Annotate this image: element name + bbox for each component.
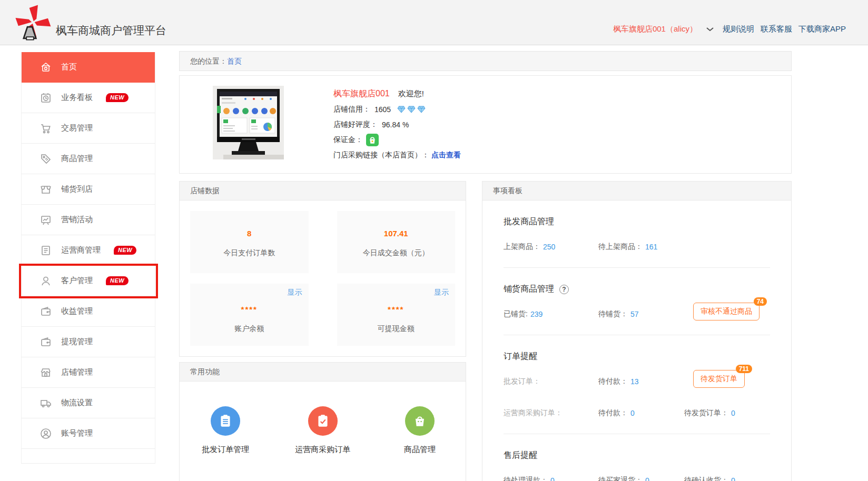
app-header: 枫车商城商户管理平台 枫车旗舰店001（alicy） 规则说明 联系客服 下载商… [0,0,868,45]
document-icon [40,244,52,257]
stat-cell: 已铺货: 239 [504,309,598,319]
credit-value: 1605 [374,105,391,114]
func-operator-purchase-orders[interactable]: 运营商采购订单 [283,406,362,481]
sidebar-nav: 首页 业务看板 NEW 交易管理 商品管理 铺货到店 [21,52,155,464]
stat-cell-value[interactable]: 13 [630,377,639,386]
stat-cell: 待上架商品： 161 [598,242,684,252]
store-info-panel: 枫车旗舰店001 欢迎您! 店铺信用： 1605 店铺好评度： 96.84 % … [179,75,792,174]
sidebar-item-home[interactable]: 首页 [22,52,155,83]
sidebar-item-distribute[interactable]: 铺货到店 [22,174,155,205]
chart-board-icon [40,214,52,226]
sidebar-item-shop[interactable]: 店铺管理 [22,357,155,388]
stat-cell-value[interactable]: 0 [731,409,735,417]
stat-cell: 待发货订单： 0 [684,408,735,418]
stat-cell: 待铺货： 57 [598,309,684,319]
items-board-title: 事项看板 [482,182,791,201]
sidebar-item-label: 铺货到店 [61,184,93,194]
stat-cell-label: 待处理退款： [504,476,548,481]
section-wholesale-goods: 批发商品管理 上架商品： 250 待上架商品： 161 [504,201,770,268]
func-label: 批发订单管理 [186,445,265,455]
new-badge: NEW [114,246,136,255]
left-column: 店铺数据 8 今日支付订单数 107.41 今日成交金额（元） 显示 **** … [179,181,466,481]
sidebar-item-business-board[interactable]: 业务看板 NEW [22,83,155,113]
stat-cell: 上架商品： 250 [504,242,598,252]
sidebar-item-withdraw[interactable]: 提现管理 [22,327,155,357]
stat-cell: 待确认收货： 0 [684,476,735,481]
stat-value: 107.41 [337,211,456,238]
stat-cell: 待付款： 0 [598,408,684,418]
rating-value: 96.84 % [382,121,409,129]
contact-support-link[interactable]: 联系客服 [761,24,792,34]
credit-gem-icons [397,106,426,113]
stat-cell-value[interactable]: 161 [645,243,657,251]
stat-cell-value[interactable]: 57 [630,310,639,318]
sidebar-item-label: 收益管理 [61,306,93,316]
home-icon [40,61,52,74]
section-distributed-goods: 铺货商品管理 ? 已铺货: 239 待铺货： 57 审核不通过商品 74 [504,268,770,335]
store-data-panel: 店铺数据 8 今日支付订单数 107.41 今日成交金额（元） 显示 **** … [179,181,466,357]
sidebar-item-label: 交易管理 [61,123,93,133]
store-name-link[interactable]: 枫车旗舰店001 [333,88,390,99]
button-label: 待发货订单 [701,374,737,383]
stat-cell-value[interactable]: 0 [630,409,635,417]
stat-cell-value[interactable]: 0 [645,476,649,481]
wallet-icon [40,336,52,348]
sidebar-item-operator[interactable]: 运营商管理 NEW [22,235,155,266]
stat-card-turnover: 107.41 今日成交金额（元） [337,211,456,273]
func-label: 运营商采购订单 [283,445,362,455]
common-functions-title: 常用功能 [180,363,466,382]
header-links: 枫车旗舰店001（alicy） 规则说明 联系客服 下载商家APP [613,24,846,34]
func-goods-management[interactable]: 商品管理 [380,406,459,481]
func-wholesale-orders[interactable]: 批发订单管理 [186,406,265,481]
shop-icon [40,366,52,379]
board-row: 批发订单： 待付款： 13 待发货订单 711 [504,374,770,389]
items-board-panel: 事项看板 批发商品管理 上架商品： 250 待上架商品： 161 铺货商品管理 … [482,181,792,481]
sidebar-item-label: 物流设置 [61,398,93,408]
stat-cell-value[interactable]: 250 [543,243,555,251]
store-info-block: 枫车旗舰店001 欢迎您! 店铺信用： 1605 店铺好评度： 96.84 % … [333,86,461,163]
sidebar-item-label: 营销活动 [61,215,93,225]
stat-cell-value[interactable]: 0 [731,476,735,481]
sidebar-item-customer[interactable]: 客户管理 NEW [22,266,155,296]
sidebar-item-trade[interactable]: 交易管理 [22,113,155,144]
stat-cell-label: 待付款： [598,408,628,418]
to-ship-orders-button[interactable]: 待发货订单 711 [693,370,745,388]
download-app-link[interactable]: 下载商家APP [798,24,846,34]
help-icon[interactable]: ? [559,285,569,294]
chevron-down-icon[interactable] [706,27,714,32]
account-name-link[interactable]: 枫车旗舰店001（alicy） [613,24,697,34]
breadcrumb-home-link[interactable]: 首页 [227,57,242,65]
func-label: 商品管理 [380,445,459,455]
sidebar-item-label: 商品管理 [61,154,93,164]
sidebar-item-account[interactable]: 账号管理 [22,418,155,449]
view-store-link[interactable]: 点击查看 [431,151,461,160]
stat-card-withdrawable: 显示 **** 可提现金额 [337,284,456,346]
sidebar-item-label: 店铺管理 [61,367,93,377]
stat-cell-label: 上架商品： [504,242,540,252]
page-title: 枫车商城商户管理平台 [56,23,166,38]
clipboard-check-icon [308,406,338,436]
items-board-body: 批发商品管理 上架商品： 250 待上架商品： 161 铺货商品管理 ? 已铺货… [482,201,791,481]
stat-cell-label: 待发货订单： [684,408,728,418]
stat-cell-label: 待上架商品： [598,242,643,252]
show-withdrawable-link[interactable]: 显示 [434,288,449,297]
sidebar-item-goods[interactable]: 商品管理 [22,144,155,174]
rules-link[interactable]: 规则说明 [723,24,754,34]
credit-label: 店铺信用： [333,105,370,114]
sidebar-item-revenue[interactable]: 收益管理 [22,296,155,327]
stat-cell-value[interactable]: 239 [530,310,542,318]
show-balance-link[interactable]: 显示 [288,288,302,297]
sidebar-item-marketing[interactable]: 营销活动 [22,205,155,235]
stat-cell: 批发订单： [504,377,598,386]
stat-label: 今日成交金额（元） [337,248,456,258]
windmill-logo-icon [13,3,53,43]
cart-icon [40,122,52,135]
stat-cell-value[interactable]: 0 [550,476,555,481]
new-badge: NEW [106,93,129,102]
sidebar-item-logistics[interactable]: 物流设置 [22,388,155,418]
count-badge: 74 [754,297,767,306]
shopping-bag-icon [405,406,435,436]
rejected-goods-button[interactable]: 审核不通过商品 74 [693,303,760,320]
store-data-cards: 8 今日支付订单数 107.41 今日成交金额（元） 显示 **** 账户余额 … [180,201,466,356]
section-heading: 售后提醒 [504,450,770,461]
